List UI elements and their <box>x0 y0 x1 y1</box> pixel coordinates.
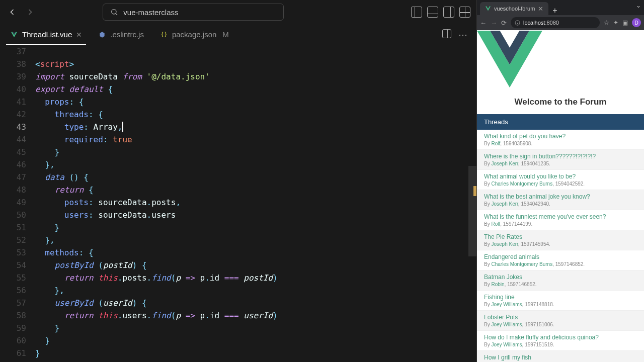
thread-author[interactable]: Joey Williams <box>491 322 522 327</box>
welcome-heading: Welcome to the Forum <box>477 88 644 114</box>
thread-meta: By Rolf, 1597144199. <box>484 221 637 227</box>
json-icon <box>160 31 168 39</box>
layout-controls <box>411 7 470 18</box>
browser-window-menu[interactable]: ⌄ <box>636 2 641 9</box>
browser-forward[interactable]: → <box>491 19 497 27</box>
thread-item[interactable]: What is the funniest meme you've ever se… <box>477 210 644 230</box>
nav-back-button[interactable] <box>6 6 18 18</box>
thread-meta: By Rolf, 1594035908. <box>484 141 637 146</box>
vue-favicon <box>485 6 491 12</box>
extensions-icon[interactable]: ✦ <box>613 19 618 26</box>
browser-back[interactable]: ← <box>480 19 487 27</box>
browser-reload[interactable]: ⟳ <box>501 19 507 27</box>
project-search-input[interactable]: vue-masterclass <box>103 4 284 21</box>
thread-meta: By Joseph Kerr, 1597145954. <box>484 241 637 247</box>
new-tab-button[interactable]: + <box>548 6 561 15</box>
search-icon <box>110 8 118 16</box>
thread-meta: By Charles Montgomery Burns, 1594042592. <box>484 181 637 187</box>
code-editor[interactable]: 3738394041424344454647484950515253545556… <box>0 45 476 362</box>
thread-item[interactable]: What animal would you like to be?By Char… <box>477 170 644 190</box>
browser-tab[interactable]: vueschool-forum ✕ <box>480 2 548 15</box>
thread-title[interactable]: Where is the sign in button??????!?!?!?!… <box>484 153 637 160</box>
thread-author[interactable]: Charles Montgomery Burns <box>491 181 552 187</box>
thread-title[interactable]: What is the funniest meme you've ever se… <box>484 213 637 220</box>
thread-item[interactable]: Batman JokesBy Robin, 1597146852. <box>477 270 644 291</box>
vue-logo <box>477 30 644 88</box>
thread-item[interactable]: The Pie RatesBy Joseph Kerr, 1597145954. <box>477 230 644 250</box>
thread-title[interactable]: Batman Jokes <box>484 274 637 281</box>
url-host: localhost <box>523 20 545 26</box>
thread-meta: By Charles Montgomery Burns, 1597146852. <box>484 261 637 267</box>
project-name: vue-masterclass <box>123 8 178 17</box>
top-toolbar: vue-masterclass <box>0 0 476 24</box>
code-content: <script> import sourceData from '@/data.… <box>35 45 476 362</box>
thread-title[interactable]: What animal would you like to be? <box>484 173 637 180</box>
split-editor-button[interactable] <box>442 29 451 38</box>
tab-label: ThreadList.vue <box>22 30 72 39</box>
thread-author[interactable]: Robin <box>491 282 504 287</box>
browser-pane: vueschool-forum ✕ + ⌄ ← → ⟳ localhost:80… <box>476 0 644 362</box>
browser-tab-title: vueschool-forum <box>494 6 535 12</box>
thread-meta: By Joseph Kerr, 1594042940. <box>484 201 637 207</box>
thread-item[interactable]: Fishing lineBy Joey Williams, 1597148818… <box>477 291 644 311</box>
browser-tab-close[interactable]: ✕ <box>538 5 543 13</box>
info-icon <box>515 20 520 26</box>
line-gutter: 3738394041424344454647484950515253545556… <box>0 45 35 362</box>
svg-point-0 <box>112 10 116 14</box>
scrollbar[interactable] <box>468 166 476 256</box>
thread-meta: By Joseph Kerr, 1594041235. <box>484 161 637 166</box>
thread-title[interactable]: How I grill my fish <box>484 354 637 361</box>
thread-author[interactable]: Charles Montgomery Burns <box>491 261 552 267</box>
thread-author[interactable]: Joseph Kerr <box>491 201 518 207</box>
tab-bar: ThreadList.vue ✕ .eslintrc.js package.js… <box>0 24 476 45</box>
thread-title[interactable]: What kind of pet do you have? <box>484 133 637 140</box>
thread-item[interactable]: How I grill my fishBy Joey Williams, 159… <box>477 351 644 362</box>
thread-title[interactable]: Endangered animals <box>484 253 637 260</box>
browser-viewport: Welcome to the Forum Threads What kind o… <box>477 30 644 362</box>
browser-toolbar: ← → ⟳ localhost:8080 ☆ ✦ ▣ D <box>477 15 644 30</box>
profile-avatar[interactable]: D <box>632 18 641 27</box>
thread-item[interactable]: Where is the sign in button??????!?!?!?!… <box>477 150 644 170</box>
tab-label: package.json <box>172 30 216 39</box>
thread-list: What kind of pet do you have?By Rolf, 15… <box>477 130 644 362</box>
panel-left-button[interactable] <box>411 7 422 18</box>
thread-title[interactable]: The Pie Rates <box>484 233 637 240</box>
thread-author[interactable]: Joseph Kerr <box>491 161 518 166</box>
nav-forward-button[interactable] <box>24 6 36 18</box>
tab-package-json[interactable]: package.json M <box>152 24 237 45</box>
threads-section-header: Threads <box>477 114 644 130</box>
thread-author[interactable]: Joey Williams <box>491 302 522 307</box>
tab-label: .eslintrc.js <box>110 30 144 39</box>
thread-author[interactable]: Joseph Kerr <box>491 241 518 247</box>
thread-item[interactable]: How do I make fluffy and delicious quino… <box>477 331 644 351</box>
thread-title[interactable]: Lobster Pots <box>484 314 637 321</box>
thread-title[interactable]: Fishing line <box>484 294 637 301</box>
thread-item[interactable]: What kind of pet do you have?By Rolf, 15… <box>477 130 644 150</box>
side-panel-icon[interactable]: ▣ <box>622 19 628 26</box>
thread-meta: By Joey Williams, 1597148818. <box>484 302 637 307</box>
more-actions-button[interactable]: ⋯ <box>458 29 468 40</box>
thread-item[interactable]: What is the best animal joke you know?By… <box>477 190 644 210</box>
panel-grid-button[interactable] <box>459 7 470 18</box>
thread-meta: By Joey Williams, 1597151519. <box>484 342 637 347</box>
tab-close-button[interactable]: ✕ <box>76 31 82 39</box>
thread-author[interactable]: Joey Williams <box>491 342 522 347</box>
thread-author[interactable]: Rolf <box>491 221 500 227</box>
eslint-icon <box>98 31 106 39</box>
panel-bottom-button[interactable] <box>427 7 438 18</box>
url-port: :8080 <box>545 20 559 26</box>
browser-tab-strip: vueschool-forum ✕ + ⌄ <box>477 0 644 15</box>
bookmark-icon[interactable]: ☆ <box>604 19 609 26</box>
thread-item[interactable]: Lobster PotsBy Joey Williams, 1597151006… <box>477 311 644 331</box>
thread-meta: By Robin, 1597146852. <box>484 282 637 287</box>
thread-title[interactable]: What is the best animal joke you know? <box>484 193 637 200</box>
thread-title[interactable]: How do I make fluffy and delicious quino… <box>484 334 637 341</box>
url-bar[interactable]: localhost:8080 <box>511 17 600 28</box>
tab-eslintrc[interactable]: .eslintrc.js <box>90 24 152 45</box>
thread-item[interactable]: Endangered animalsBy Charles Montgomery … <box>477 250 644 270</box>
thread-meta: By Joey Williams, 1597151006. <box>484 322 637 327</box>
thread-author[interactable]: Rolf <box>491 141 500 146</box>
editor-pane: vue-masterclass ThreadList.vue ✕ .eslint… <box>0 0 476 362</box>
tab-threadlist[interactable]: ThreadList.vue ✕ <box>2 24 90 45</box>
panel-right-button[interactable] <box>443 7 454 18</box>
